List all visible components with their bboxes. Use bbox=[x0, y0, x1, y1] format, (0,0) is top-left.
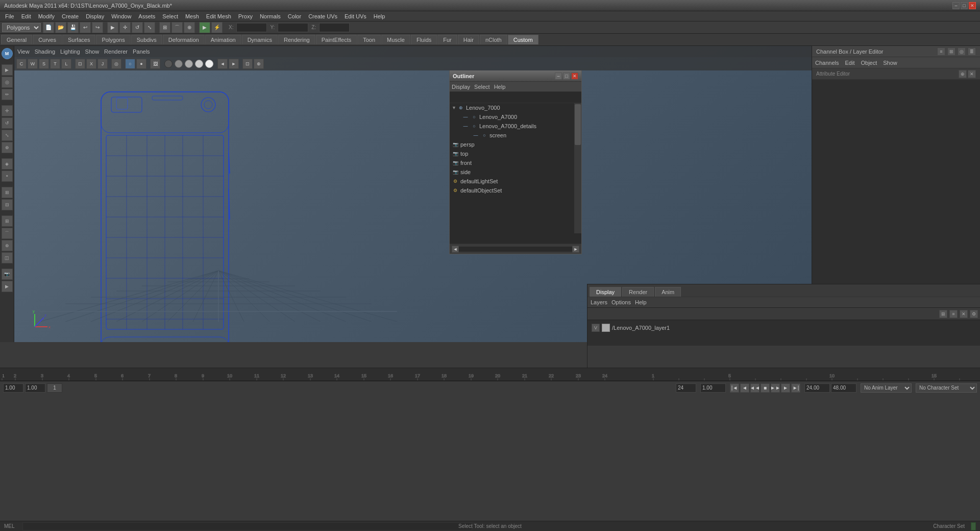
outliner-search-input[interactable] bbox=[453, 94, 578, 101]
layer-options-btn[interactable]: ≡ bbox=[949, 310, 958, 318]
edit-menu[interactable]: Edit bbox=[845, 60, 854, 66]
help-subtab[interactable]: Help bbox=[635, 299, 647, 305]
outliner-search-bar[interactable] bbox=[450, 92, 581, 103]
outliner-close[interactable]: ✕ bbox=[571, 73, 578, 80]
play-forward[interactable]: ►► bbox=[771, 383, 780, 393]
no-lights[interactable] bbox=[164, 60, 173, 68]
menu-item-color[interactable]: Color bbox=[285, 12, 304, 20]
scale-tool-left[interactable]: ⤡ bbox=[2, 130, 13, 141]
outliner-item-lenovo7000[interactable]: ▼ ⊕ Lenovo_7000 bbox=[450, 103, 581, 112]
renderer-menu[interactable]: Renderer bbox=[104, 49, 128, 55]
snap-grid-left[interactable]: ⊞ bbox=[2, 215, 13, 227]
xray-joints[interactable]: J bbox=[97, 59, 108, 69]
timeline-ruler[interactable]: 1 2 3 4 5 6 7 8 9 10 11 12 13 14 15 16 1… bbox=[0, 368, 980, 381]
tab-ncloth[interactable]: nCloth bbox=[480, 35, 507, 44]
tab-general[interactable]: General bbox=[1, 35, 32, 44]
max-time-input[interactable] bbox=[831, 383, 856, 393]
outliner-item-defaultlightset[interactable]: ⚙ defaultLightSet bbox=[450, 177, 581, 186]
show-menu[interactable]: Show bbox=[883, 60, 897, 66]
image-plane[interactable]: 🖼 bbox=[150, 59, 160, 69]
shading-menu[interactable]: Shading bbox=[35, 49, 55, 55]
outliner-item-lenovoa7000[interactable]: — ○ Lenovo_A7000 bbox=[450, 112, 581, 122]
outliner-content[interactable]: ▼ ⊕ Lenovo_7000 — ○ Lenovo_A7000 — ○ Len… bbox=[450, 103, 581, 244]
outliner-item-side[interactable]: 📷 side bbox=[450, 167, 581, 177]
minimize-button[interactable]: – bbox=[952, 2, 960, 9]
cb-icon-2[interactable]: ⊞ bbox=[947, 47, 955, 56]
tab-custom[interactable]: Custom bbox=[508, 35, 538, 44]
select-objects[interactable]: ○ bbox=[125, 59, 135, 69]
transform-tool[interactable]: ⊕ bbox=[2, 142, 13, 153]
outliner-minimize[interactable]: – bbox=[555, 73, 562, 80]
menu-item-proxy[interactable]: Proxy bbox=[235, 12, 256, 20]
snap-curve-btn[interactable]: ⌒ bbox=[172, 22, 183, 33]
camera-select[interactable]: C bbox=[16, 59, 27, 69]
menu-item-modify[interactable]: Modify bbox=[35, 12, 58, 20]
select-tool-btn[interactable]: ▶ bbox=[107, 22, 118, 33]
paint-select[interactable]: ✏ bbox=[2, 89, 13, 100]
go-to-end[interactable]: ►| bbox=[791, 383, 800, 393]
soft-mod-tool[interactable]: ◈ bbox=[2, 158, 13, 170]
snap-point-left[interactable]: ⊕ bbox=[2, 240, 13, 251]
ipr-render-btn[interactable]: ⚡ bbox=[211, 22, 223, 33]
outliner-scrollbar-v[interactable] bbox=[574, 103, 581, 233]
z-field[interactable] bbox=[319, 23, 350, 32]
outliner-help-menu[interactable]: Help bbox=[494, 84, 506, 90]
layer-visibility-btn[interactable]: V bbox=[592, 324, 600, 332]
menu-item-edit uvs[interactable]: Edit UVs bbox=[341, 12, 370, 20]
look-through[interactable]: ⊕ bbox=[254, 59, 264, 69]
redo-btn[interactable]: ↪ bbox=[92, 22, 103, 33]
tab-surfaces[interactable]: Surfaces bbox=[62, 35, 95, 44]
cb-icon-1[interactable]: ≡ bbox=[937, 47, 945, 56]
hide-manip[interactable]: ⊟ bbox=[2, 199, 13, 210]
current-frame-input[interactable] bbox=[3, 383, 23, 393]
close-button[interactable]: ✕ bbox=[969, 2, 976, 9]
tab-subdivs[interactable]: Subdivs bbox=[131, 35, 162, 44]
cb-icon-3[interactable]: ◎ bbox=[958, 47, 966, 56]
step-forward[interactable]: ► bbox=[781, 383, 790, 393]
show-menu[interactable]: Show bbox=[85, 49, 100, 55]
channels-menu[interactable]: Channels bbox=[815, 60, 839, 66]
default-lights[interactable] bbox=[175, 60, 183, 68]
menu-item-window[interactable]: Window bbox=[108, 12, 134, 20]
tab-deformation[interactable]: Deformation bbox=[163, 35, 205, 44]
stop[interactable]: ■ bbox=[761, 383, 770, 393]
all-lights[interactable] bbox=[185, 60, 193, 68]
outliner-scroll-left[interactable]: ◄ bbox=[452, 246, 459, 253]
lighting-menu[interactable]: Lighting bbox=[60, 49, 80, 55]
outliner-item-persp[interactable]: 📷 persp bbox=[450, 140, 581, 149]
xray-btn[interactable]: X bbox=[86, 59, 96, 69]
snap-point-btn[interactable]: ⊕ bbox=[184, 22, 195, 33]
outliner-item-top[interactable]: 📷 top bbox=[450, 149, 581, 158]
layers-subtab[interactable]: Layers bbox=[591, 299, 607, 305]
select-tool-left[interactable]: ▶ bbox=[2, 64, 13, 76]
options-subtab[interactable]: Options bbox=[611, 299, 631, 305]
menu-item-edit[interactable]: Edit bbox=[18, 12, 34, 20]
outliner-item-lenovoa7000details[interactable]: — ○ Lenovo_A7000_details bbox=[450, 122, 581, 131]
outliner-item-defaultobjectset[interactable]: ⚙ defaultObjectSet bbox=[450, 186, 581, 195]
menu-item-file[interactable]: File bbox=[2, 12, 17, 20]
rotate-tool-btn[interactable]: ↺ bbox=[132, 22, 143, 33]
snap-curve-left[interactable]: ⌒ bbox=[2, 228, 13, 239]
tab-rendering[interactable]: Rendering bbox=[278, 35, 315, 44]
render-btn[interactable]: ▶ bbox=[199, 22, 210, 33]
menu-item-mesh[interactable]: Mesh bbox=[182, 12, 202, 20]
show-manip[interactable]: ⊞ bbox=[2, 187, 13, 198]
tab-curves[interactable]: Curves bbox=[33, 35, 62, 44]
cb-icon-4[interactable]: ≣ bbox=[968, 47, 976, 56]
menu-item-create uvs[interactable]: Create UVs bbox=[305, 12, 340, 20]
flat-lights[interactable] bbox=[205, 60, 213, 68]
end-frame-input[interactable] bbox=[676, 383, 696, 393]
object-menu[interactable]: Object bbox=[861, 60, 877, 66]
tab-hair[interactable]: Hair bbox=[458, 35, 479, 44]
isolate-select[interactable]: ◎ bbox=[111, 59, 121, 69]
anim-tab[interactable]: Anim bbox=[655, 287, 681, 297]
menu-item-normals[interactable]: Normals bbox=[257, 12, 284, 20]
rotate-tool-left[interactable]: ↺ bbox=[2, 117, 13, 129]
wireframe-btn[interactable]: W bbox=[28, 59, 38, 69]
play-back[interactable]: ◄◄ bbox=[750, 383, 760, 393]
tab-fluids[interactable]: Fluids bbox=[411, 35, 437, 44]
tab-dynamics[interactable]: Dynamics bbox=[242, 35, 278, 44]
command-input[interactable] bbox=[22, 522, 472, 530]
camera-tool[interactable]: 📷 bbox=[2, 269, 13, 280]
view-menu[interactable]: View bbox=[17, 49, 30, 55]
